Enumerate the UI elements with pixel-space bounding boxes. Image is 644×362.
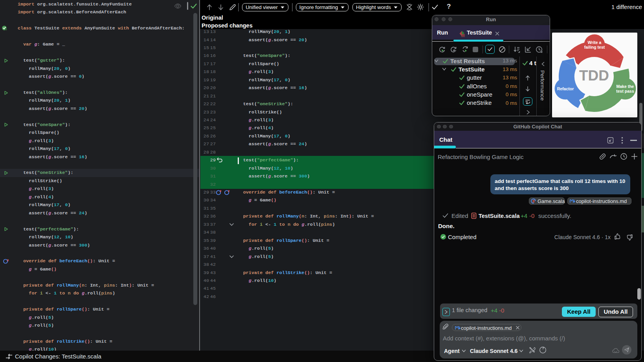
svg-text:TDD: TDD	[579, 68, 609, 84]
svg-text:Refactor: Refactor	[557, 86, 574, 91]
svg-text:failing test: failing test	[584, 45, 605, 49]
svg-text:Make the: Make the	[616, 84, 634, 89]
svg-text:Write a: Write a	[588, 40, 602, 45]
svg-text:test pass: test pass	[616, 89, 634, 93]
